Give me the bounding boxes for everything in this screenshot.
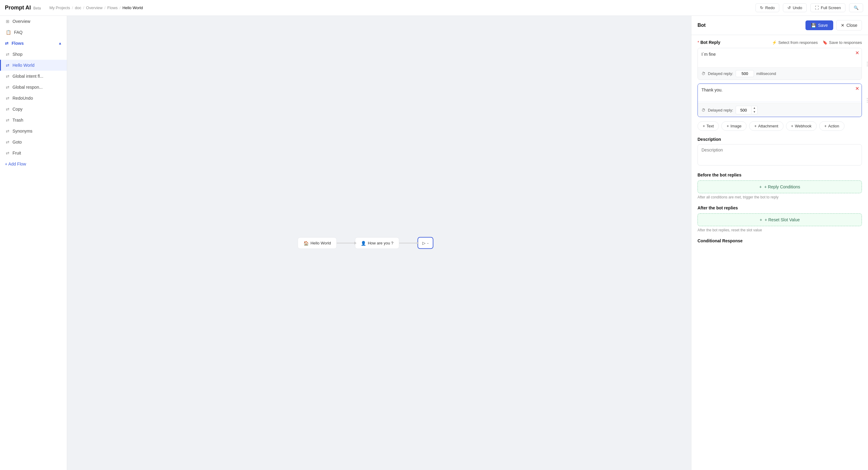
undo-button[interactable]: ↺ Undo bbox=[783, 3, 807, 12]
zoom-icon: 🔍 bbox=[854, 5, 859, 10]
add-image-button[interactable]: + Image bbox=[721, 121, 747, 131]
synonyms-icon: ⇄ bbox=[6, 129, 9, 134]
reset-slot-icon: + bbox=[760, 217, 762, 222]
reply-2-delay-label: Delayed reply: bbox=[708, 108, 733, 112]
clock-icon-1: ⏱ bbox=[702, 71, 706, 76]
breadcrumb: My Projects / doc / Overview / Flows / H… bbox=[50, 5, 143, 10]
reply-2-textarea[interactable]: Thank you. bbox=[698, 84, 862, 102]
flow-connector-1 bbox=[337, 243, 355, 243]
shop-icon: ⇄ bbox=[6, 52, 9, 57]
plus-action-icon: + bbox=[825, 124, 827, 128]
reply-1-delay-label: Delayed reply: bbox=[708, 71, 733, 76]
flow-node-action-icon: ▷ bbox=[423, 241, 426, 245]
right-panel-title: Bot bbox=[698, 23, 706, 28]
topbar: Prompt AI Beta My Projects / doc / Overv… bbox=[0, 0, 868, 16]
fullscreen-button[interactable]: ⛶ Full Screen bbox=[810, 3, 845, 12]
flow-node-how-are-you[interactable]: 👤 How are you ? bbox=[355, 237, 399, 249]
save-button[interactable]: 💾 Save bbox=[805, 21, 833, 30]
delay-down-button[interactable]: ▼ bbox=[751, 110, 757, 114]
after-bot-replies-title: After the bot replies bbox=[698, 205, 862, 210]
reply-conditions-icon: + bbox=[759, 184, 762, 189]
flow-connector-2 bbox=[399, 243, 417, 243]
flows-icon: ⇄ bbox=[5, 41, 8, 46]
reply-2-close-button[interactable]: ✕ bbox=[855, 86, 859, 91]
overview-icon: ⊞ bbox=[6, 19, 9, 24]
flow-node-action-label: - bbox=[427, 241, 429, 245]
breadcrumb-my-projects[interactable]: My Projects bbox=[50, 5, 70, 10]
sidebar-item-shop[interactable]: ⇄ Shop bbox=[0, 49, 67, 60]
add-flow-button[interactable]: + Add Flow bbox=[0, 159, 67, 169]
breadcrumb-doc[interactable]: doc bbox=[75, 5, 81, 10]
sidebar-item-global-intent[interactable]: ⇄ Global intent fl... bbox=[0, 71, 67, 82]
reply-1-close-button[interactable]: ✕ bbox=[855, 51, 859, 56]
copy-icon: ⇄ bbox=[6, 107, 9, 111]
add-webhook-button[interactable]: + Webhook bbox=[786, 121, 817, 131]
fruit-icon: ⇄ bbox=[6, 150, 9, 156]
flow-node-hello-world[interactable]: 🏠 Hello World bbox=[298, 237, 337, 249]
goto-icon: ⇄ bbox=[6, 140, 9, 144]
after-bot-replies-subtitle: After the bot replies, reset the slot va… bbox=[698, 228, 862, 232]
right-panel-header: Bot 💾 Save ✕ Close bbox=[691, 16, 868, 35]
right-panel-body: * Bot Reply ⚡ Select from responses 🔖 Sa… bbox=[691, 35, 868, 470]
save-responses-icon: 🔖 bbox=[823, 40, 828, 45]
description-section: Description bbox=[698, 137, 862, 166]
close-button[interactable]: ✕ Close bbox=[836, 20, 862, 31]
sidebar-item-redoundo[interactable]: ⇄ RedoUndo bbox=[0, 93, 67, 104]
reply-2-delay-arrows: ▲ ▼ bbox=[751, 106, 757, 114]
reply-1-delay-unit: millisecond bbox=[756, 71, 776, 76]
sidebar-item-fruit[interactable]: ⇄ Fruit bbox=[0, 147, 67, 159]
add-buttons-group: + Text + Image + Attachment + Webhook + bbox=[698, 121, 862, 131]
flows-chevron-icon: ▲ bbox=[58, 41, 62, 45]
breadcrumb-overview[interactable]: Overview bbox=[86, 5, 102, 10]
reply-2-delay-bar: ⏱ Delayed reply: ▲ ▼ bbox=[698, 103, 862, 117]
add-action-button[interactable]: + Action bbox=[819, 121, 844, 131]
sidebar-item-hello-world[interactable]: ⇄ Hello World bbox=[0, 60, 67, 71]
conditional-response-title: Conditional Response bbox=[698, 238, 862, 243]
sidebar-item-overview[interactable]: ⊞ Overview bbox=[0, 16, 67, 27]
sidebar-item-synonyms[interactable]: ⇄ Synonyms bbox=[0, 126, 67, 137]
canvas[interactable]: 🏠 Hello World 👤 How are you ? ▷ - bbox=[67, 16, 691, 470]
sidebar: ⊞ Overview 📋 FAQ ⇄ Flows ▲ ⇄ Shop ⇄ Hell… bbox=[0, 16, 67, 470]
reply-conditions-button[interactable]: + + Reply Conditions bbox=[698, 180, 862, 193]
bot-reply-label: Bot Reply bbox=[700, 40, 720, 45]
reply-1-delay-input[interactable] bbox=[736, 70, 754, 77]
right-panel-header-actions: 💾 Save ✕ Close bbox=[805, 20, 862, 31]
flow-node-how-are-you-icon: 👤 bbox=[361, 240, 366, 245]
sidebar-item-copy[interactable]: ⇄ Copy bbox=[0, 104, 67, 114]
reply-1-textarea[interactable]: I`m fine bbox=[698, 48, 862, 66]
right-panel: Bot 💾 Save ✕ Close * Bot Reply bbox=[691, 16, 868, 470]
flows-section-header[interactable]: ⇄ Flows ▲ bbox=[0, 38, 67, 49]
reply-1-delay-bar: ⏱ Delayed reply: millisecond bbox=[698, 67, 862, 79]
description-textarea[interactable] bbox=[698, 144, 862, 166]
zoom-button[interactable]: 🔍 bbox=[849, 3, 863, 12]
sidebar-item-goto[interactable]: ⇄ Goto bbox=[0, 137, 67, 147]
flow-node-action[interactable]: ▷ - bbox=[417, 237, 433, 249]
sidebar-item-trash[interactable]: ⇄ Trash bbox=[0, 114, 67, 126]
reply-2-delay-input[interactable] bbox=[736, 107, 751, 113]
reply-block-2: ✕ Thank you. ⏱ Delayed reply: ▲ ▼ bbox=[698, 83, 862, 117]
sidebar-item-global-respon[interactable]: ⇄ Global respon... bbox=[0, 82, 67, 93]
sidebar-item-faq[interactable]: 📋 FAQ bbox=[0, 27, 67, 38]
before-bot-replies-subtitle: After all conditions are met, trigger th… bbox=[698, 195, 862, 199]
reset-slot-value-button[interactable]: + + Reset Slot Value bbox=[698, 213, 862, 226]
add-attachment-button[interactable]: + Attachment bbox=[749, 121, 783, 131]
save-icon: 💾 bbox=[811, 23, 816, 28]
add-text-button[interactable]: + Text bbox=[698, 121, 719, 131]
plus-attachment-icon: + bbox=[754, 124, 757, 128]
clock-icon-2: ⏱ bbox=[702, 108, 706, 112]
app-title: Prompt AI bbox=[5, 5, 31, 11]
flow-area: 🏠 Hello World 👤 How are you ? ▷ - bbox=[298, 237, 433, 249]
reply-1-drag-handle bbox=[867, 62, 868, 66]
breadcrumb-flows[interactable]: Flows bbox=[107, 5, 118, 10]
save-to-responses-btn[interactable]: 🔖 Save to responses bbox=[823, 40, 862, 45]
connector-arrow-1 bbox=[354, 241, 356, 244]
redo-button[interactable]: ↻ Redo bbox=[755, 3, 779, 12]
topbar-actions: ↻ Redo ↺ Undo ⛶ Full Screen 🔍 bbox=[755, 3, 863, 12]
select-from-responses-btn[interactable]: ⚡ Select from responses bbox=[772, 40, 818, 45]
app-logo: Prompt AI Beta bbox=[5, 5, 41, 11]
after-bot-replies-section: After the bot replies + + Reset Slot Val… bbox=[698, 205, 862, 232]
delay-up-button[interactable]: ▲ bbox=[751, 106, 757, 110]
close-icon: ✕ bbox=[841, 23, 844, 28]
plus-image-icon: + bbox=[726, 124, 729, 128]
app-beta: Beta bbox=[33, 6, 41, 10]
